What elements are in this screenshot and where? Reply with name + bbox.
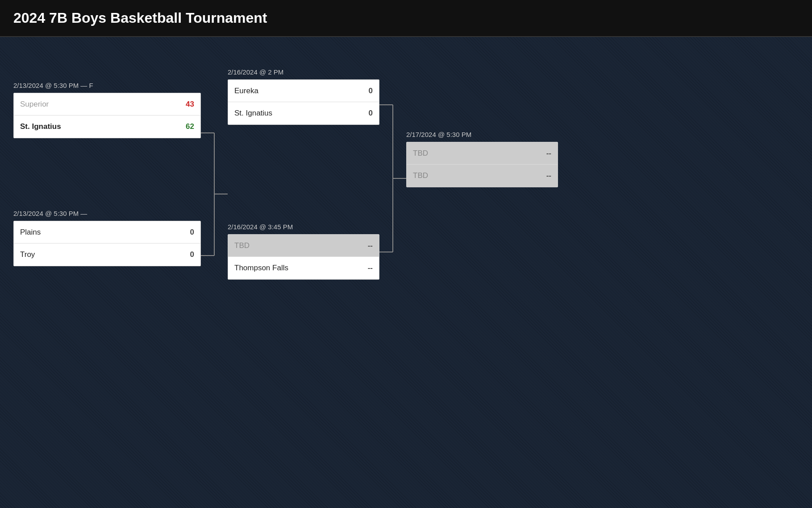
match-1-team-2-row: St. Ignatius 62 [14,116,200,138]
connector-r1-r2 [201,82,228,331]
match-5-box: TBD -- TBD -- [406,142,558,187]
match-2-team-1-name: Plains [20,228,181,237]
match-3-team-2-score: 0 [359,109,373,118]
match-3-team-1-score: 0 [359,87,373,95]
match-1-team-1-row: Superior 43 [14,93,200,116]
match-2-team-1-score: 0 [181,228,194,237]
match-5-team-2-name: TBD [413,170,538,181]
match-1-team-1-score: 43 [181,100,194,109]
match-1: 2/13/2024 @ 5:30 PM — F Superior 43 St. … [13,82,201,138]
match-1-datetime: 2/13/2024 @ 5:30 PM — F [13,82,201,89]
match-4-team-1-row: TBD -- [228,235,379,257]
match-4-team-1-name: TBD [234,240,359,251]
match-3: 2/16/2024 @ 2 PM Eureka 0 St. Ignatius 0 [228,68,379,125]
match-2: 2/13/2024 @ 5:30 PM — Plains 0 Troy 0 [13,210,201,266]
match-4-box: TBD -- Thompson Falls -- [228,234,379,280]
match-4-team-1-score: -- [359,241,373,250]
match-4-team-2-name: Thompson Falls [234,264,359,273]
match-3-team-1-row: Eureka 0 [228,80,379,102]
match-5-datetime: 2/17/2024 @ 5:30 PM [406,131,558,138]
match-2-team-2-row: Troy 0 [14,244,200,266]
match-5: 2/17/2024 @ 5:30 PM TBD -- TBD -- [406,131,558,187]
round-1: 2/13/2024 @ 5:30 PM — F Superior 43 St. … [13,82,201,266]
match-4: 2/16/2024 @ 3:45 PM TBD -- Thompson Fall… [228,223,379,280]
match-1-team-2-name: St. Ignatius [20,122,181,131]
match-3-box: Eureka 0 St. Ignatius 0 [228,79,379,125]
match-2-team-1-row: Plains 0 [14,221,200,244]
match-3-team-2-name: St. Ignatius [234,109,359,118]
match-2-team-2-score: 0 [181,250,194,259]
page-header: 2024 7B Boys Basketball Tournament [0,0,812,37]
match-5-team-2-row: TBD -- [407,165,558,187]
match-5-team-2-score: -- [538,171,551,180]
match-4-team-2-row: Thompson Falls -- [228,257,379,279]
tournament-title: 2024 7B Boys Basketball Tournament [13,10,799,26]
match-2-team-2-name: Troy [20,250,181,259]
match-1-box: Superior 43 St. Ignatius 62 [13,93,201,138]
match-2-box: Plains 0 Troy 0 [13,221,201,266]
match-5-team-1-name: TBD [413,148,538,159]
match-3-team-2-row: St. Ignatius 0 [228,102,379,124]
round-3: 2/17/2024 @ 5:30 PM TBD -- TBD -- [406,131,558,187]
match-4-team-2-score: -- [359,264,373,273]
match-1-team-2-score: 62 [181,122,194,131]
match-2-datetime: 2/13/2024 @ 5:30 PM — [13,210,201,217]
match-5-team-1-row: TBD -- [407,142,558,165]
connector-svg-1 [201,82,228,331]
bracket-area: 2/13/2024 @ 5:30 PM — F Superior 43 St. … [0,37,812,349]
round-2: 2/16/2024 @ 2 PM Eureka 0 St. Ignatius 0… [228,68,379,280]
match-1-team-1-name: Superior [20,100,181,109]
connector-r2-r3 [379,68,406,318]
connector-svg-2 [379,68,406,318]
match-5-team-1-score: -- [538,149,551,158]
match-3-team-1-name: Eureka [234,87,359,95]
match-3-datetime: 2/16/2024 @ 2 PM [228,68,379,76]
match-4-datetime: 2/16/2024 @ 3:45 PM [228,223,379,231]
